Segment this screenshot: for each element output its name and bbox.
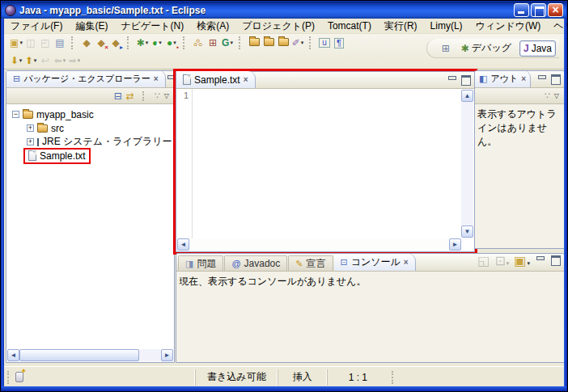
print-button[interactable]: ▤ [53,36,67,51]
tab-console[interactable]: ⊡ コンソール [334,254,416,271]
next-annotation-button[interactable]: ⬇ [9,53,23,69]
menu-limy[interactable]: Limy(L) [424,19,469,33]
tab-sample-txt-editor[interactable]: Sample.txt [176,71,256,88]
menu-file[interactable]: ファイル(F) [4,18,69,35]
close-view-icon[interactable] [154,74,159,83]
scroll-left-arrow[interactable]: ◄ [7,349,19,361]
run-external-tools-button[interactable]: ●▪ [164,36,179,51]
scroll-right-arrow[interactable]: ► [449,238,461,251]
minimize-editor-button[interactable] [447,74,457,83]
close-window-button[interactable] [548,3,563,17]
maximize-view-button[interactable] [550,255,561,263]
new-wizard-icon: ▣ [10,38,19,48]
new-wizard-button[interactable]: ▣ [9,36,23,51]
tomcat-restart-button[interactable]: ◆▸ [108,36,123,51]
save-button[interactable]: ◫ [23,36,38,51]
open-file-button[interactable] [247,36,261,51]
editor-tab-label: Sample.txt [194,74,240,86]
pin-console-button[interactable]: ◱ [477,255,490,268]
view-menu-dots-icon[interactable] [545,91,550,101]
scroll-left-arrow[interactable]: ◄ [177,238,189,251]
tab-javadoc[interactable]: @ Javadoc [224,255,287,271]
menu-search[interactable]: 検索(A) [190,18,235,35]
show-whitespace-button[interactable]: ¶ [332,36,346,51]
open-console-button[interactable]: ▣ [514,255,530,268]
menu-navigate[interactable]: ナビゲート(N) [114,18,190,35]
view-menu-button[interactable] [164,92,169,99]
text-editor[interactable]: 1 ▲ ▼ ◄ ► [176,89,474,251]
open-project-button[interactable] [276,36,290,51]
close-view-icon[interactable] [404,258,409,267]
scrollbar-track[interactable] [189,238,449,251]
tomcat-start-button[interactable]: ◆ [79,36,94,51]
menu-tomcat[interactable]: Tomcat(T) [321,19,378,33]
editor-hscrollbar[interactable]: ◄ ► [177,238,461,251]
maximize-editor-button[interactable] [460,74,471,83]
web-component-icon: 🝆 [193,38,203,48]
maximize-view-button[interactable] [550,74,561,82]
link-with-editor-button[interactable]: ⇄ [126,91,134,101]
menu-run[interactable]: 実行(R) [378,18,424,35]
minimize-window-button[interactable] [514,3,529,17]
java-perspective-button[interactable]: J Java [519,40,556,57]
chevron-down-icon [146,40,149,46]
tree-item-project[interactable]: − myapp_basic [7,107,173,121]
expand-expander-icon[interactable]: + [27,124,34,132]
minimize-view-button[interactable] [535,255,545,263]
open-resource-button[interactable] [261,36,276,51]
new-web-component-button[interactable]: 🝆 [191,36,206,51]
tab-problems[interactable]: ◨ 問題 [178,255,223,271]
previous-annotation-button[interactable]: ⬆ [23,53,38,69]
tomcat-stop-button[interactable]: ◆× [94,36,108,51]
arrow-right-icon: ➡ [69,56,77,65]
view-menu-button[interactable] [554,92,559,99]
chevron-down-icon [230,40,233,46]
editor-view: Sample.txt 1 ▲ ▼ [176,71,475,252]
menu-edit[interactable]: 編集(E) [69,18,114,35]
back-button[interactable]: ⬅ [53,53,67,69]
scroll-up-arrow[interactable]: ▲ [461,90,473,102]
tab-declaration[interactable]: ✎ 宣言 [288,255,333,271]
scrollbar-track[interactable] [139,349,161,361]
tree-item-src[interactable]: + src [7,121,173,135]
run-button[interactable]: ●▶ [150,36,164,51]
menu-project[interactable]: プロジェクト(P) [235,18,321,35]
scrollbar-thumb[interactable] [19,349,139,361]
package-explorer-hscrollbar[interactable]: ◄ ► [7,349,173,361]
collapse-all-button[interactable]: ⊟ [114,91,122,101]
tomcat-restart-icon: ◆ [112,38,119,48]
junit-button[interactable]: ⊞ [206,36,220,51]
declaration-tab-label: 宣言 [307,257,326,271]
workbench-area: ⊟ パッケージ・エクスプローラー ⊟ ⇄ − [4,70,564,366]
maximize-window-button[interactable] [531,3,546,17]
tree-item-sample-txt[interactable]: Sample.txt [7,149,173,162]
mark-occurrences-button[interactable]: u [317,36,332,51]
scroll-right-arrow[interactable]: ► [161,349,173,361]
java-project-icon [23,111,33,119]
close-editor-icon[interactable] [244,75,248,84]
menu-window[interactable]: ウィンドウ(W) [469,18,548,35]
close-view-icon[interactable] [521,74,526,83]
forward-button[interactable]: ➡ [67,53,82,69]
expand-expander-icon[interactable]: + [27,138,34,145]
tab-package-explorer[interactable]: ⊟ パッケージ・エクスプローラー [6,70,166,87]
search-button[interactable]: ✐ [290,36,305,51]
display-selected-console-button[interactable]: ⊡ [494,255,509,268]
debug-perspective-button[interactable]: ✱ デバッグ [458,40,515,57]
open-perspective-button[interactable]: ⊞ [439,40,453,56]
debug-button[interactable]: ✱ [135,36,150,51]
minimize-view-button[interactable] [536,74,547,82]
quick-launch-icon[interactable] [15,372,23,382]
limy-check-button[interactable]: G [220,36,235,51]
arrow-left-icon: ⬅ [54,56,62,65]
editor-vscrollbar[interactable]: ▲ ▼ [461,90,473,238]
status-grip [392,371,395,384]
save-all-button[interactable]: ◰ [38,36,53,51]
view-menu-dots-icon[interactable] [155,91,160,101]
collapse-expander-icon[interactable]: − [12,111,19,118]
last-edit-location-button[interactable]: ↩ [38,53,53,69]
tree-item-jre-library[interactable]: + JRE システム・ライブラリー [jdk1.6.0_11 [7,135,173,149]
title-bar[interactable]: Java - myapp_basic/Sample.txt - Eclipse [2,2,566,19]
tab-outline[interactable]: ◧ アウト [475,70,531,87]
scroll-down-arrow[interactable]: ▼ [461,226,473,238]
